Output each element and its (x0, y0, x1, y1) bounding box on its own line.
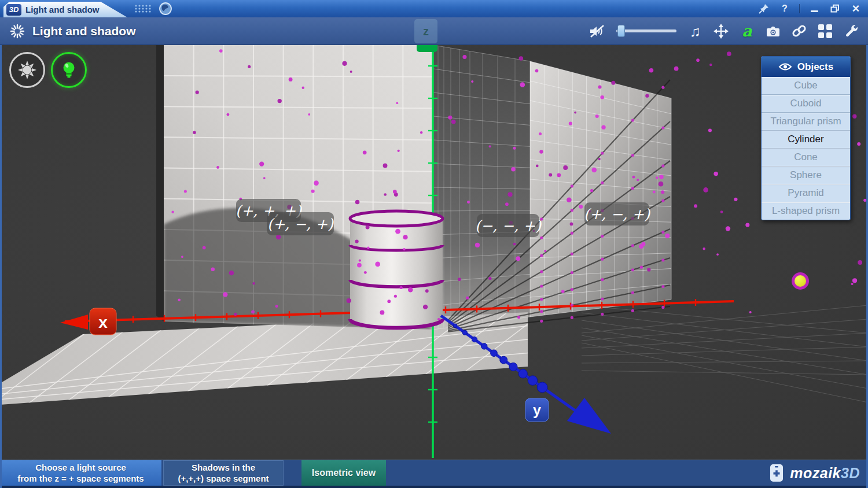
cylinder-object[interactable] (350, 211, 443, 328)
objects-item-pyramid[interactable]: Pyramid (762, 184, 850, 202)
objects-item-cylinder[interactable]: Cylinder (762, 131, 850, 149)
svg-text:y: y (533, 402, 541, 418)
dots-grid-icon[interactable] (134, 4, 152, 13)
volume-handle[interactable] (617, 25, 625, 37)
minimize-button[interactable] (808, 2, 821, 15)
wrench-icon[interactable] (844, 23, 859, 40)
move-icon[interactable] (713, 23, 729, 40)
pin-button[interactable] (757, 2, 770, 15)
objects-panel: Objects CubeCuboidTriangular prismCylind… (761, 56, 851, 220)
volume-slider[interactable] (616, 25, 676, 37)
step3-line1: Isometric view (312, 467, 376, 479)
help-button[interactable]: ? (778, 2, 791, 15)
restore-button[interactable] (829, 2, 841, 15)
main-toolbar: Light and shadow z ♫ (0, 17, 868, 45)
step-shadows-segment[interactable]: Shadows in the (+,+,+) space segment (163, 460, 284, 486)
svg-text:(+, −, +): (+, −, +) (267, 216, 334, 232)
scene-viewport[interactable]: (+, +, +) (+, −, +) (−, −, +) (+, −, +) … (0, 45, 868, 460)
page-title: Light and shadow (32, 24, 136, 38)
volume-track[interactable] (616, 29, 676, 32)
text-format-icon[interactable]: a (740, 23, 755, 40)
close-button[interactable]: × (849, 2, 862, 15)
app-window: 3D Light and shadow ? (0, 0, 868, 488)
brand-logo: mozaik3D (770, 460, 860, 486)
mute-icon[interactable] (589, 23, 605, 40)
objects-item-triangular-prism[interactable]: Triangular prism (762, 113, 850, 131)
octant-label-pmp-right: (+, −, +) (584, 202, 650, 225)
z-axis-label-ghost: z (414, 19, 437, 43)
objects-item-cube[interactable]: Cube (762, 77, 850, 95)
camera-icon[interactable] (766, 23, 781, 40)
x-axis-label: x (90, 308, 116, 335)
objects-item-l-shaped-prism[interactable]: L-shaped prism (762, 202, 850, 220)
link-icon[interactable] (792, 23, 807, 40)
title-bar: 3D Light and shadow ? (0, 0, 868, 17)
bottom-bar: Choose a light source from the z = + spa… (0, 460, 868, 488)
svg-text:(+, −, +): (+, −, +) (584, 206, 650, 223)
step-isometric-view[interactable]: Isometric view (301, 460, 386, 486)
objects-item-sphere[interactable]: Sphere (762, 167, 850, 184)
step2-line1: Shadows in the (192, 462, 255, 473)
mobile-app-icon (770, 464, 784, 482)
step1-line1: Choose a light source (35, 462, 126, 473)
apps-grid-icon[interactable] (818, 23, 833, 40)
controls-separator (799, 4, 800, 13)
globe-icon[interactable] (159, 2, 172, 16)
brand-word: mozaik (790, 465, 841, 481)
eye-icon (778, 62, 792, 71)
sun-light-button[interactable] (9, 52, 45, 88)
octant-label-mmp: (−, −, +) (475, 214, 542, 237)
bulb-light-button[interactable] (51, 52, 87, 88)
brand-suffix: 3D (841, 465, 860, 481)
octant-label-pmp-left: (+, −, +) (267, 212, 334, 235)
spinner-icon (9, 23, 25, 39)
step-choose-light-source[interactable]: Choose a light source from the z = + spa… (0, 460, 161, 486)
objects-panel-header[interactable]: Objects (762, 57, 850, 77)
objects-list: CubeCuboidTriangular prismCylinderConeSp… (762, 77, 850, 220)
step2-line2: (+,+,+) space segment (178, 473, 269, 484)
z-axis-label-box (417, 45, 437, 52)
window-tab[interactable]: 3D Light and shadow (3, 2, 127, 17)
y-axis-label: y (525, 398, 549, 422)
objects-item-cone[interactable]: Cone (762, 149, 850, 167)
tab-title: Light and shadow (25, 5, 100, 14)
bulb-icon (59, 60, 79, 80)
objects-panel-title: Objects (797, 61, 833, 73)
app-3d-logo: 3D (6, 4, 21, 16)
objects-item-cuboid[interactable]: Cuboid (762, 95, 850, 113)
scene-canvas[interactable]: (+, +, +) (+, −, +) (−, −, +) (+, −, +) … (0, 45, 868, 460)
light-source-sphere[interactable] (793, 274, 808, 289)
step1-line2: from the z = + space segments (17, 473, 144, 484)
svg-text:(−, −, +): (−, −, +) (475, 217, 542, 234)
music-icon[interactable]: ♫ (687, 23, 703, 40)
svg-text:x: x (98, 313, 108, 331)
